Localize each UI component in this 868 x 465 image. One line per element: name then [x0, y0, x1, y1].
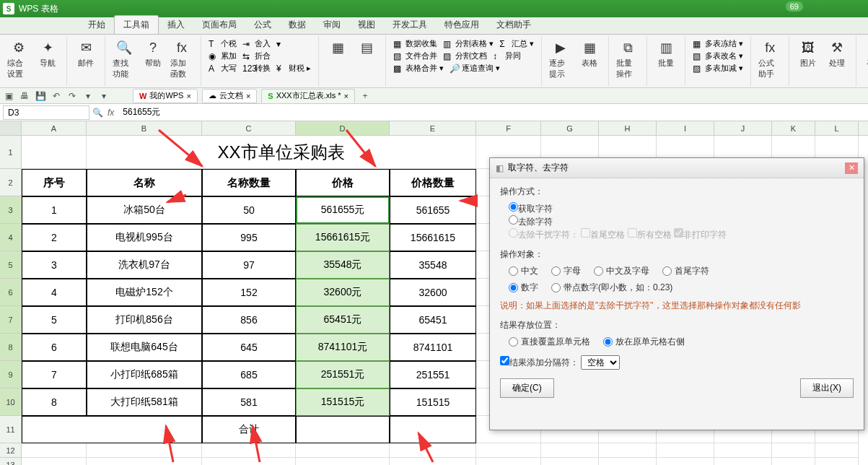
close-icon[interactable]: × — [344, 92, 348, 100]
formula-input[interactable] — [118, 105, 868, 120]
qa-redo[interactable]: ↷ — [66, 90, 78, 102]
colhead-L[interactable]: L — [815, 121, 859, 135]
colhead-B[interactable]: B — [87, 121, 202, 135]
radio[interactable] — [551, 283, 561, 292]
cell-pqty[interactable]: 8741101 — [390, 334, 476, 361]
ribbon-process[interactable]: ⚒处理 — [823, 38, 851, 70]
ribbon-settings[interactable]: ⚙综合设置 — [4, 38, 33, 81]
rowhead-4[interactable]: 4 — [0, 224, 22, 251]
colhead-D[interactable]: D — [296, 121, 390, 135]
result-overwrite[interactable]: 直接覆盖原单元格 — [509, 336, 590, 348]
cell-qty[interactable]: 856 — [202, 306, 296, 334]
doctab-file[interactable]: SXXX市汇总表.xls *× — [261, 89, 355, 103]
target-cnalpha[interactable]: 中文及字母 — [594, 265, 649, 277]
qa-new[interactable]: ▣ — [3, 90, 14, 102]
radio[interactable] — [509, 202, 518, 212]
ribbon-batch2[interactable]: ▥批量 — [652, 38, 680, 70]
cell-pqty[interactable]: 35548 — [390, 251, 476, 279]
rowhead-9[interactable]: 9 — [0, 361, 22, 388]
ribbon-help[interactable]: ?帮助 — [139, 38, 167, 81]
ribbon-item[interactable]: ▨分割文档 — [440, 50, 490, 62]
ribbon-item[interactable]: A大写 — [206, 62, 240, 74]
cell[interactable] — [390, 458, 476, 465]
tab-toolbox[interactable]: 工具箱 — [114, 15, 159, 34]
ribbon-table[interactable]: ▦表格 — [575, 38, 604, 81]
close-icon[interactable]: × — [246, 92, 250, 100]
qa-more2[interactable]: ▾ — [98, 90, 110, 102]
tab-start[interactable]: 开始 — [79, 16, 114, 34]
mode-disturb[interactable]: 去除干扰字符： 首尾空格 所有空格 非打印字符 — [509, 230, 727, 240]
colhead-J[interactable]: J — [714, 121, 772, 135]
th-name[interactable]: 名称 — [87, 169, 202, 196]
ribbon-crack[interactable]: 🔓破解 — [861, 38, 868, 70]
rowhead-10[interactable]: 10 — [0, 388, 22, 416]
radio[interactable] — [551, 266, 561, 276]
cell[interactable] — [599, 443, 657, 458]
tab-review[interactable]: 审阅 — [315, 16, 349, 34]
checkbox[interactable] — [500, 356, 509, 365]
cell-qty[interactable]: 685 — [202, 361, 296, 388]
tab-view[interactable]: 视图 — [349, 16, 384, 34]
notification-badge[interactable]: 69 — [786, 1, 803, 12]
cell[interactable] — [714, 458, 772, 465]
qa-print[interactable]: 🖶 — [19, 90, 30, 102]
cell[interactable] — [541, 443, 599, 458]
th-qty[interactable]: 名称数量 — [202, 169, 296, 196]
cell-seq[interactable]: 5 — [22, 306, 87, 334]
target-cn[interactable]: 中文 — [509, 265, 538, 277]
close-icon[interactable]: × — [186, 92, 190, 100]
radio[interactable] — [662, 266, 672, 276]
qa-more[interactable]: ▾ — [82, 90, 94, 102]
th-seq[interactable]: 序号 — [22, 169, 87, 196]
cell-name[interactable]: 联想电脑645台 — [87, 334, 202, 361]
qa-save[interactable]: 💾 — [35, 90, 46, 102]
cell-seq[interactable]: 4 — [22, 279, 87, 306]
cell[interactable] — [657, 458, 714, 465]
cell[interactable] — [22, 416, 202, 443]
rowhead-11[interactable]: 11 — [0, 416, 22, 443]
cell-price[interactable]: 151515元 — [296, 388, 390, 416]
cell-price[interactable]: 8741101元 — [296, 334, 390, 361]
th-price[interactable]: 价格 — [296, 169, 390, 196]
cell[interactable] — [390, 416, 476, 443]
colhead-A[interactable]: A — [22, 121, 87, 135]
mode-get[interactable]: 获取字符 — [509, 204, 553, 214]
ribbon-item[interactable]: ↕异同 — [490, 50, 524, 62]
cell-seq[interactable]: 8 — [22, 388, 87, 416]
cell-seq[interactable]: 3 — [22, 251, 87, 279]
search-icon[interactable]: 🔍 — [92, 108, 103, 118]
cell-qty[interactable]: 581 — [202, 388, 296, 416]
ribbon-item[interactable] — [273, 50, 291, 62]
target-alpha[interactable]: 字母 — [551, 265, 581, 277]
ribbon-addfn[interactable]: fx添加函数 — [167, 38, 196, 81]
rowhead-8[interactable]: 8 — [0, 334, 22, 361]
colhead-K[interactable]: K — [772, 121, 815, 135]
cell[interactable] — [599, 458, 657, 465]
doctab-mywps[interactable]: W我的WPS× — [133, 89, 198, 103]
cell[interactable] — [22, 458, 87, 465]
cell-seq[interactable]: 7 — [22, 361, 87, 388]
cell-price[interactable]: 32600元 — [296, 279, 390, 306]
cell-pqty[interactable]: 65451 — [390, 306, 476, 334]
target-number[interactable]: 数字 — [509, 282, 538, 294]
cell-seq[interactable]: 2 — [22, 224, 87, 251]
ribbon-item[interactable]: ▩表格合并 ▾ — [390, 62, 447, 74]
cell-price[interactable]: 15661615元 — [296, 224, 390, 251]
ribbon-find[interactable]: 🔍查找功能 — [110, 38, 139, 81]
total-label[interactable]: 合计 — [202, 416, 296, 443]
exit-button[interactable]: 退出(X) — [800, 378, 854, 398]
cell-price[interactable]: 561655元 — [296, 196, 390, 224]
cell-name[interactable]: 大打印纸581箱 — [87, 388, 202, 416]
rowhead-2[interactable]: 2 — [0, 169, 22, 196]
ok-button[interactable]: 确定(C) — [500, 378, 554, 398]
cell-pqty[interactable]: 561655 — [390, 196, 476, 224]
fx-icon[interactable]: fx — [103, 108, 118, 118]
cell[interactable] — [296, 443, 390, 458]
tab-layout[interactable]: 页面布局 — [193, 16, 245, 34]
close-button[interactable]: ✕ — [845, 162, 858, 174]
rowhead-3[interactable]: 3 — [0, 196, 22, 224]
tab-insert[interactable]: 插入 — [159, 16, 193, 34]
cell-name[interactable]: 小打印纸685箱 — [87, 361, 202, 388]
ribbon-nav[interactable]: ✦导航 — [33, 38, 62, 81]
select-all-corner[interactable] — [0, 121, 22, 135]
